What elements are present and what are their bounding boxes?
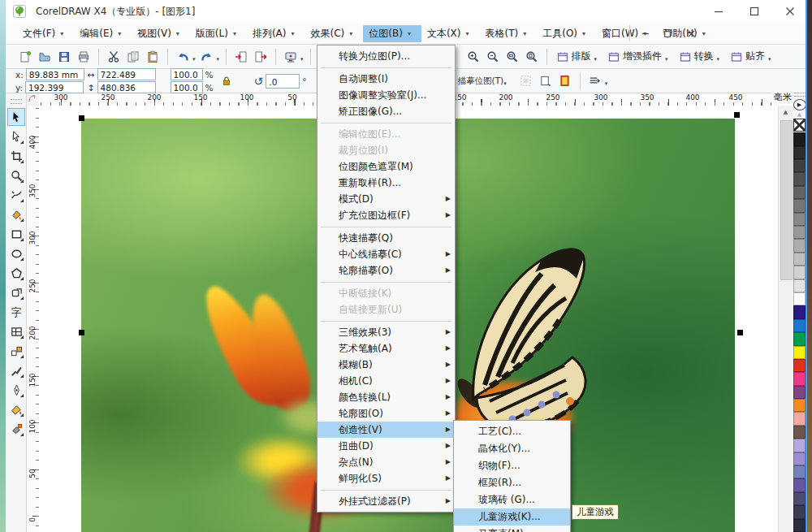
color-swatch[interactable] bbox=[793, 305, 806, 318]
bitmap-menu-item[interactable]: 裁剪位图(I) ▶ bbox=[317, 142, 455, 158]
bitmap-menu-item[interactable]: 图像调整实验室(J)... ▶ bbox=[317, 87, 455, 103]
toolbar-labeled-button[interactable]: 转换 ▾ bbox=[680, 50, 722, 63]
bitmap-menu-item[interactable]: 重新取样(R)... ▶ bbox=[317, 175, 455, 191]
options-icon[interactable] bbox=[586, 72, 604, 90]
color-swatch[interactable] bbox=[793, 452, 806, 465]
text-tool[interactable]: 字 bbox=[7, 303, 25, 321]
menubar-item[interactable]: 排列(A) ▾ bbox=[247, 25, 305, 42]
copy-button[interactable] bbox=[124, 48, 142, 66]
color-swatch[interactable] bbox=[793, 186, 806, 199]
bitmap-menu-item[interactable]: 自链接更新(U) ▶ bbox=[317, 301, 455, 318]
crop-tool[interactable] bbox=[7, 147, 25, 165]
color-swatch[interactable] bbox=[793, 199, 806, 212]
color-swatch[interactable] bbox=[793, 439, 806, 452]
color-swatch[interactable] bbox=[793, 332, 806, 345]
color-swatch[interactable] bbox=[793, 426, 806, 439]
options-dropdown-icon[interactable]: ▾ bbox=[605, 80, 608, 87]
color-swatch[interactable] bbox=[793, 159, 806, 172]
bitmap-menu-item[interactable]: 转换为位图(P)... ▶ bbox=[317, 48, 455, 64]
scale-x-field[interactable]: 100.0 bbox=[171, 68, 203, 80]
bitmap-menu-item[interactable]: 外挂式过滤器(P) ▶ bbox=[317, 493, 455, 509]
basic-shapes-tool[interactable] bbox=[7, 283, 25, 301]
redo-button[interactable] bbox=[198, 48, 216, 66]
doc-restore-button[interactable] bbox=[659, 24, 678, 42]
color-swatch[interactable] bbox=[793, 519, 806, 532]
bitmap-menu-item[interactable]: 轮廓图(O) ▶ bbox=[317, 405, 455, 422]
chevron-down-icon[interactable]: ▾ bbox=[228, 30, 241, 37]
chevron-down-icon[interactable]: ▾ bbox=[717, 56, 720, 63]
no-color-swatch[interactable] bbox=[793, 119, 806, 132]
color-swatch[interactable] bbox=[793, 505, 806, 518]
undo-dropdown-icon[interactable]: ▾ bbox=[192, 56, 196, 63]
bitmap-menu-item[interactable]: ▶ bbox=[317, 279, 455, 285]
bitmap-menu-item[interactable]: 杂点(N) ▶ bbox=[317, 454, 455, 470]
lock-ratio-icon[interactable] bbox=[218, 72, 235, 90]
chevron-down-icon[interactable]: ▾ bbox=[287, 30, 300, 37]
chevron-down-icon[interactable]: ▾ bbox=[55, 30, 68, 37]
bitmap-menu-item[interactable]: 中心线描摹(C) ▶ bbox=[317, 246, 455, 262]
color-swatch[interactable] bbox=[793, 372, 806, 385]
bitmap-menu-item[interactable]: ▶ bbox=[317, 223, 455, 230]
zoom-out-button[interactable] bbox=[484, 48, 502, 66]
toolbox-grip[interactable] bbox=[11, 99, 22, 104]
x-position-field[interactable]: 89.883 mm bbox=[26, 68, 84, 80]
color-swatch[interactable] bbox=[793, 386, 806, 399]
color-swatch[interactable] bbox=[793, 319, 806, 332]
trace-bitmap-button[interactable]: 描摹位图(T) bbox=[458, 76, 504, 87]
selection-handle[interactable] bbox=[737, 330, 743, 335]
zoom-tool[interactable] bbox=[7, 167, 25, 184]
color-swatch[interactable] bbox=[793, 146, 806, 159]
print-button[interactable] bbox=[75, 48, 93, 66]
color-swatch[interactable] bbox=[793, 213, 806, 226]
bitmap-menu-item[interactable]: 扭曲(D) ▶ bbox=[317, 438, 455, 454]
chevron-down-icon[interactable]: ▾ bbox=[665, 56, 668, 63]
creative-submenu-item[interactable]: 玻璃砖 (G)... bbox=[454, 491, 570, 508]
creative-submenu-item[interactable]: 工艺(C)... bbox=[454, 423, 570, 440]
menubar-item[interactable]: 文件(F) ▾ bbox=[17, 25, 74, 42]
bitmap-menu-item[interactable]: 艺术笔触(A) ▶ bbox=[317, 340, 455, 357]
menubar-item[interactable]: 位图(B) ▾ bbox=[363, 25, 421, 42]
chevron-down-icon[interactable]: ▾ bbox=[594, 56, 598, 63]
freehand-tool[interactable] bbox=[7, 186, 25, 204]
table-tool[interactable] bbox=[7, 322, 25, 340]
chevron-down-icon[interactable]: ▾ bbox=[461, 30, 474, 37]
creative-submenu-item[interactable]: 儿童游戏(K)... bbox=[454, 508, 570, 526]
save-button[interactable] bbox=[55, 48, 73, 66]
selection-handle[interactable] bbox=[79, 330, 84, 335]
interactive-blend-tool[interactable] bbox=[7, 342, 25, 360]
color-swatch[interactable] bbox=[793, 492, 806, 505]
zoom-to-selection-button[interactable] bbox=[503, 48, 521, 66]
vertical-ruler[interactable]: 400350300250200150100500 bbox=[27, 106, 40, 532]
undo-button[interactable] bbox=[174, 48, 192, 66]
new-document-button[interactable] bbox=[16, 48, 34, 66]
shape-tool[interactable] bbox=[7, 128, 25, 145]
selection-handle[interactable] bbox=[734, 112, 740, 118]
bitmap-menu-item[interactable]: 位图颜色遮罩(M) ▶ bbox=[317, 158, 455, 175]
bitmap-menu-item[interactable]: 相机(C) ▶ bbox=[317, 373, 455, 389]
toolbar-labeled-button[interactable]: 增强插件 ▾ bbox=[608, 50, 670, 63]
pick-tool[interactable] bbox=[7, 108, 25, 126]
bitmap-menu-item[interactable]: 创造性(V) ▶ bbox=[317, 422, 455, 438]
menubar-item[interactable]: 工具(O) ▾ bbox=[537, 25, 596, 42]
creative-submenu-item[interactable]: 织物(F)... bbox=[454, 457, 570, 474]
doc-close-button[interactable] bbox=[681, 24, 701, 42]
outline-pen-tool[interactable] bbox=[7, 381, 25, 399]
bitmap-menu-item[interactable]: 颜色转换(L) ▶ bbox=[317, 389, 455, 405]
bitmap-menu-item[interactable]: 快速描摹(Q) ▶ bbox=[317, 230, 455, 246]
color-swatch[interactable] bbox=[793, 292, 806, 305]
smart-fill-tool[interactable] bbox=[7, 205, 25, 223]
bitmap-menu-item[interactable]: 扩充位图边框(F) ▶ bbox=[317, 207, 455, 223]
color-swatch[interactable] bbox=[793, 132, 806, 145]
toolbar-labeled-button[interactable]: 贴齐 ▾ bbox=[731, 50, 773, 63]
zoom-in-button[interactable] bbox=[464, 48, 482, 66]
color-swatch[interactable] bbox=[793, 253, 806, 266]
scrollbar-thumb[interactable] bbox=[780, 120, 793, 280]
fill-tool[interactable] bbox=[7, 400, 25, 418]
chevron-down-icon[interactable]: ▾ bbox=[577, 30, 590, 37]
polygon-tool[interactable] bbox=[7, 264, 25, 282]
vertical-scrollbar[interactable]: ▲ bbox=[778, 106, 793, 532]
menubar-item[interactable]: 文本(X) ▾ bbox=[421, 25, 480, 42]
redo-dropdown-icon[interactable]: ▾ bbox=[217, 56, 220, 63]
bitmap-menu-item[interactable]: 模糊(B) ▶ bbox=[317, 357, 455, 373]
launcher-dropdown-icon[interactable]: ▾ bbox=[300, 56, 304, 63]
